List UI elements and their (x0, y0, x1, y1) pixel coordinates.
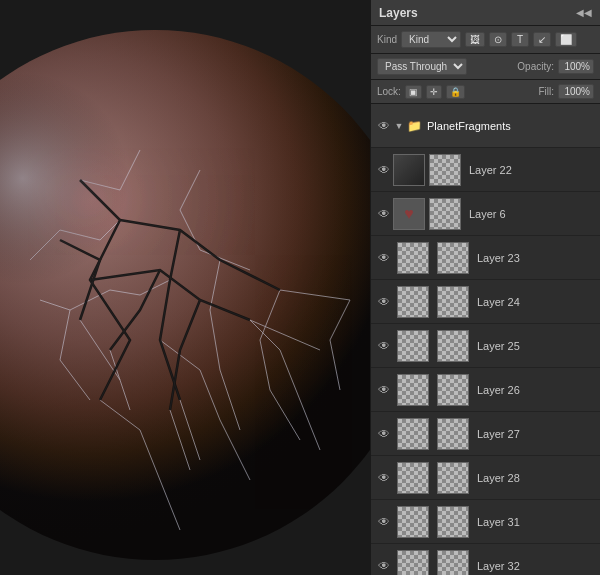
layer-list[interactable]: 👁 ▼ 📁 PlanetFragments 👁 Layer 22 👁 ♥ Lay… (371, 104, 600, 575)
layers-panel: Layers ◀◀ Kind Kind 🖼 ⊙ T ↙ ⬜ Pass Throu… (370, 0, 600, 575)
layer-row[interactable]: 👁 Layer 26 (371, 368, 600, 412)
layer-name: Layer 28 (473, 472, 596, 484)
layer-mask-thumbnail (437, 418, 469, 450)
expand-arrow-icon[interactable]: ▼ (393, 120, 405, 132)
layer-name: Layer 25 (473, 340, 596, 352)
layer-name: Layer 26 (473, 384, 596, 396)
filter-pixel-icon[interactable]: 🖼 (465, 32, 485, 47)
toolbar-row3: Lock: ▣ ✛ 🔒 Fill: (371, 80, 600, 104)
layer-thumbnail (397, 550, 429, 576)
layer-mask-thumbnail (437, 374, 469, 406)
filter-smart-icon[interactable]: ⬜ (555, 32, 577, 47)
visibility-toggle[interactable]: 👁 (375, 425, 393, 443)
layer-name: Layer 27 (473, 428, 596, 440)
layer-name: Layer 6 (465, 208, 596, 220)
folder-icon: 📁 (405, 117, 423, 135)
filter-shape-icon[interactable]: ↙ (533, 32, 551, 47)
layer-mask-thumbnail (437, 286, 469, 318)
layer-name: Layer 31 (473, 516, 596, 528)
filter-label: Kind (377, 34, 397, 45)
svg-point-3 (0, 30, 370, 560)
lock-position-button[interactable]: ✛ (426, 85, 442, 99)
layer-name: Layer 32 (473, 560, 596, 572)
layer-name: Layer 22 (465, 164, 596, 176)
lock-all-button[interactable]: 🔒 (446, 85, 465, 99)
filter-adjust-icon[interactable]: ⊙ (489, 32, 507, 47)
layer-thumbnail (397, 418, 429, 450)
layer-row[interactable]: 👁 ▼ 📁 PlanetFragments (371, 104, 600, 148)
layer-thumbnail (397, 286, 429, 318)
layer-row[interactable]: 👁 Layer 25 (371, 324, 600, 368)
layer-row[interactable]: 👁 ♥ Layer 6 (371, 192, 600, 236)
layer-thumbnail (397, 330, 429, 362)
layer-thumbnail (397, 506, 429, 538)
layer-row[interactable]: 👁 Layer 23 (371, 236, 600, 280)
layer-mask-thumbnail (437, 462, 469, 494)
layer-thumbnail (397, 374, 429, 406)
fill-input[interactable] (558, 84, 594, 99)
toolbar-row2: Pass Through Normal Multiply Screen Opac… (371, 54, 600, 80)
visibility-toggle[interactable]: 👁 (375, 337, 393, 355)
layer-mask-thumbnail (437, 330, 469, 362)
filter-dropdown[interactable]: Kind (401, 31, 461, 48)
filter-type-icon[interactable]: T (511, 32, 529, 47)
lock-pixels-button[interactable]: ▣ (405, 85, 422, 99)
visibility-toggle[interactable]: 👁 (375, 381, 393, 399)
canvas-area (0, 0, 370, 575)
layer-mask-thumbnail (429, 154, 461, 186)
visibility-toggle[interactable]: 👁 (375, 117, 393, 135)
layer-name: Layer 24 (473, 296, 596, 308)
opacity-label: Opacity: (517, 61, 554, 72)
layer-row[interactable]: 👁 Layer 28 (371, 456, 600, 500)
panel-header: Layers ◀◀ (371, 0, 600, 26)
toolbar-row1: Kind Kind 🖼 ⊙ T ↙ ⬜ (371, 26, 600, 54)
layer-mask-thumbnail (437, 506, 469, 538)
blend-mode-dropdown[interactable]: Pass Through Normal Multiply Screen (377, 58, 467, 75)
visibility-toggle[interactable]: 👁 (375, 557, 393, 575)
panel-title: Layers (379, 6, 418, 20)
layer-thumbnail (393, 154, 425, 186)
panel-collapse-button[interactable]: ◀◀ (576, 7, 592, 18)
layer-row[interactable]: 👁 Layer 27 (371, 412, 600, 456)
visibility-toggle[interactable]: 👁 (375, 161, 393, 179)
layer-mask-thumbnail (437, 550, 469, 576)
fill-label: Fill: (538, 86, 554, 97)
layer-row[interactable]: 👁 Layer 31 (371, 500, 600, 544)
layer-name: PlanetFragments (423, 120, 596, 132)
lock-label: Lock: (377, 86, 401, 97)
layer-thumbnail (397, 462, 429, 494)
visibility-toggle[interactable]: 👁 (375, 513, 393, 531)
layer-row[interactable]: 👁 Layer 32 (371, 544, 600, 575)
layer-row[interactable]: 👁 Layer 24 (371, 280, 600, 324)
layer-name: Layer 23 (473, 252, 596, 264)
layer-mask-thumbnail (437, 242, 469, 274)
layer-thumbnail: ♥ (393, 198, 425, 230)
visibility-toggle[interactable]: 👁 (375, 249, 393, 267)
visibility-toggle[interactable]: 👁 (375, 469, 393, 487)
opacity-input[interactable] (558, 59, 594, 74)
layer-row[interactable]: 👁 Layer 22 (371, 148, 600, 192)
layer-mask-thumbnail (429, 198, 461, 230)
visibility-toggle[interactable]: 👁 (375, 293, 393, 311)
visibility-toggle[interactable]: 👁 (375, 205, 393, 223)
layer-thumbnail (397, 242, 429, 274)
